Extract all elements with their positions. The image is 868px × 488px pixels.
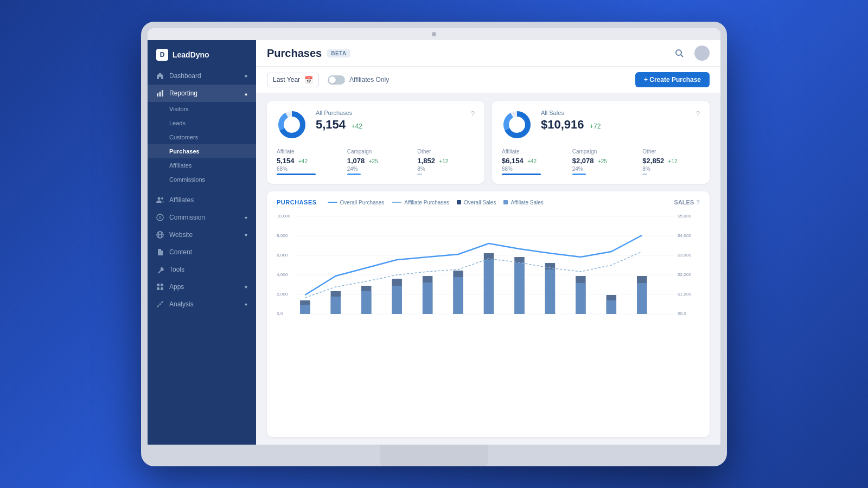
commission-arrow: ▾ (245, 215, 247, 221)
svg-rect-11 (161, 284, 163, 286)
sidebar-item-analysis[interactable]: Analysis ▾ (148, 296, 256, 313)
logo-text: LeadDyno (173, 50, 209, 59)
svg-text:$: $ (159, 216, 161, 220)
sidebar-item-content[interactable]: Content (148, 243, 256, 261)
chart-body: 10,000 8,000 6,000 4,000 2,000 0,0 $5,00… (277, 211, 700, 319)
sidebar-item-tools[interactable]: Tools (148, 261, 256, 278)
affiliates-only-toggle[interactable] (328, 75, 345, 85)
svg-rect-64 (576, 283, 585, 314)
top-header: Purchases BETA (256, 40, 720, 67)
svg-rect-0 (157, 93, 158, 97)
date-picker[interactable]: Last Year 📅 (267, 73, 319, 87)
home-icon (156, 72, 164, 80)
avatar[interactable] (694, 46, 710, 61)
svg-text:4,000: 4,000 (277, 272, 288, 277)
sales-affiliate: Affiliate $6,154 +42 68% (502, 149, 559, 175)
file-icon (156, 248, 164, 256)
chart-header: PURCHASES Overall Purchases Affiliate Pu… (277, 199, 700, 206)
users-icon (156, 196, 164, 204)
all-sales-value: $10,916 (541, 118, 584, 131)
sidebar-item-commissions[interactable]: Commissions (148, 172, 256, 187)
purchases-stat-info: All Purchases 5,154 +42 (316, 110, 462, 132)
sales-other-bar (642, 174, 647, 175)
legend-dot-overall (457, 200, 461, 204)
svg-text:$2,000: $2,000 (678, 272, 692, 277)
legend-affiliate-sales: Affiliate Sales (503, 200, 543, 206)
svg-rect-56 (331, 297, 341, 314)
sales-campaign: Campaign $2,078 +25 24% (572, 149, 630, 175)
chart-sales-title: SALES ? (674, 199, 700, 206)
purchases-campaign: Campaign 1,078 +25 24% (347, 149, 405, 175)
affiliate-bar (277, 174, 316, 175)
sidebar-item-visitors[interactable]: Visitors (148, 102, 256, 116)
svg-text:$0,0: $0,0 (678, 311, 686, 316)
page-title-area: Purchases BETA (267, 47, 350, 60)
svg-rect-1 (159, 92, 161, 97)
svg-rect-59 (423, 282, 432, 314)
nav-divider-1 (148, 189, 256, 189)
svg-text:0,0: 0,0 (277, 311, 283, 316)
svg-rect-66 (637, 283, 647, 314)
svg-text:09/10/21: 09/10/21 (320, 319, 335, 319)
all-sales-value-row: $10,916 +72 (541, 118, 687, 132)
svg-text:07/10/22: 07/10/22 (626, 319, 641, 319)
all-purchases-delta: +42 (352, 123, 362, 130)
sales-affiliate-bar (502, 174, 541, 175)
sidebar-item-apps[interactable]: Apps ▾ (148, 278, 256, 296)
sales-help-icon-chart[interactable]: ? (696, 199, 700, 206)
sidebar-item-website[interactable]: Website ▾ (148, 226, 256, 243)
all-sales-label: All Sales (541, 110, 687, 116)
chart-svg: 10,000 8,000 6,000 4,000 2,000 0,0 $5,00… (277, 211, 700, 319)
legend-line-affiliate (392, 202, 401, 203)
purchases-other: Other 1,852 +12 8% (417, 149, 475, 175)
all-sales-card: All Sales $10,916 +72 ? (492, 101, 710, 184)
svg-text:12/10/21: 12/10/21 (412, 319, 427, 319)
all-purchases-card: All Purchases 5,154 +42 ? (267, 101, 484, 184)
sidebar-item-reporting-label: Reporting (169, 89, 197, 97)
svg-rect-55 (300, 305, 310, 314)
svg-rect-61 (484, 260, 494, 314)
camera-dot (432, 32, 436, 36)
svg-line-18 (681, 55, 683, 57)
sidebar-item-customers[interactable]: Customers (148, 130, 256, 144)
bar-chart-icon (156, 89, 164, 97)
legend-overall-purchases: Overall Purchases (328, 200, 385, 206)
globe-icon (156, 231, 164, 239)
svg-text:01/10/22: 01/10/22 (442, 319, 457, 319)
legend-overall-sales: Overall Sales (457, 200, 496, 206)
svg-point-4 (161, 197, 163, 200)
toggle-knob (329, 76, 336, 84)
all-purchases-card-top: All Purchases 5,154 +42 ? (277, 110, 475, 140)
sales-other: Other $2,852 +12 8% (642, 149, 700, 175)
filter-bar: Last Year 📅 Affiliates Only + Create Pur… (256, 67, 720, 93)
sales-campaign-bar (572, 174, 586, 175)
sidebar-item-dashboard[interactable]: Dashboard ▾ (148, 67, 256, 85)
purchases-affiliate: Affiliate 5,154 +42 68% (277, 149, 334, 175)
sidebar-item-commission[interactable]: $ Commission ▾ (148, 209, 256, 226)
all-purchases-label: All Purchases (316, 110, 462, 116)
svg-rect-12 (157, 287, 159, 290)
chart-title-area: PURCHASES Overall Purchases Affiliate Pu… (277, 199, 544, 206)
svg-rect-65 (607, 300, 616, 314)
svg-text:04/10/22: 04/10/22 (534, 319, 550, 319)
create-purchase-button[interactable]: + Create Purchase (635, 72, 710, 87)
search-button[interactable] (672, 46, 687, 61)
sidebar-item-reporting[interactable]: Reporting ▴ (148, 85, 256, 102)
sidebar-item-affiliates-sub[interactable]: Affiliates (148, 158, 256, 172)
toggle-label: Affiliates Only (349, 76, 389, 84)
all-purchases-value-row: 5,154 +42 (316, 118, 462, 132)
monitor: D LeadDyno Dashboard ▾ (141, 22, 727, 466)
sales-help-icon[interactable]: ? (696, 110, 700, 118)
sidebar-item-purchases[interactable]: Purchases (148, 144, 256, 158)
screen-top-bar (148, 28, 720, 40)
purchases-help-icon[interactable]: ? (471, 110, 475, 118)
svg-rect-13 (161, 287, 163, 290)
svg-rect-58 (392, 286, 401, 314)
svg-text:$4,000: $4,000 (678, 233, 692, 238)
svg-text:$5,000: $5,000 (678, 214, 692, 219)
sidebar-item-leads[interactable]: Leads (148, 116, 256, 130)
filter-left: Last Year 📅 Affiliates Only (267, 73, 389, 87)
grid-icon (156, 283, 164, 291)
sidebar-item-affiliates[interactable]: Affiliates (148, 191, 256, 209)
all-purchases-value: 5,154 (316, 118, 346, 131)
